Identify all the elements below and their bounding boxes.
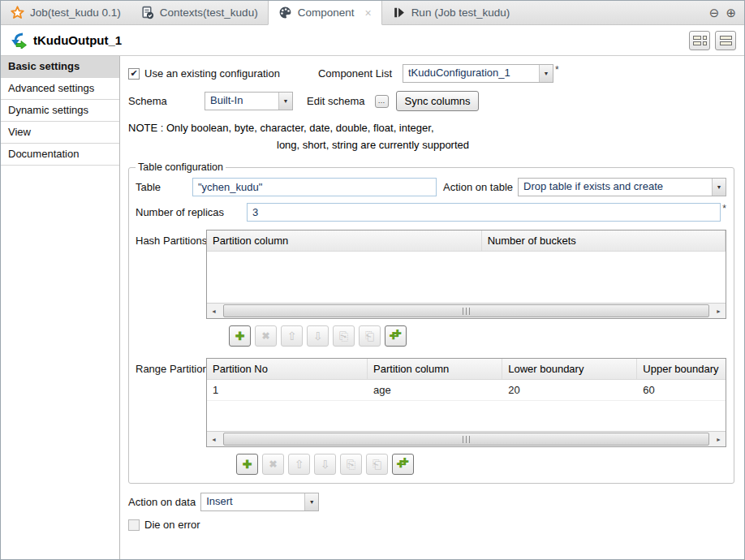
scrollbar-thumb[interactable] [223, 304, 709, 317]
component-settings-window: Job(test_kudu 0.1) Contexts(test_kudu) C… [0, 0, 745, 560]
sidebar-item-advanced-settings[interactable]: Advanced settings [1, 78, 119, 100]
star-icon [11, 6, 24, 19]
tab-contexts-label: Contexts(test_kudu) [160, 6, 258, 19]
component-list-label: Component List [318, 67, 392, 80]
required-marker: * [555, 64, 559, 74]
sidebar-item-basic-settings[interactable]: Basic settings [1, 56, 119, 78]
tab-run-label: Run (Job test_kudu) [411, 6, 510, 19]
horizontal-scrollbar[interactable]: ◄ ► [207, 303, 726, 318]
double-plus-icon: ✚✚ [390, 330, 403, 342]
add-row-button[interactable]: ✚ [229, 325, 251, 347]
table-configuration-group: Table configuration Table "ychen_kudu" A… [128, 162, 734, 484]
delete-row-button[interactable]: ✖ [255, 325, 277, 347]
grid-layout-icon [693, 36, 707, 45]
scroll-right-icon[interactable]: ► [712, 432, 726, 446]
column-header[interactable]: Partition column [207, 230, 482, 251]
stacked-layout-button[interactable] [715, 31, 736, 50]
action-on-data-label: Action on data [128, 496, 196, 508]
basic-settings-panel: ✔ Use an existing configuration Componen… [120, 56, 744, 559]
number-of-replicas-label: Number of replicas [136, 206, 247, 218]
grip-icon [463, 308, 470, 315]
note-line-1: NOTE : Only boolean, byte, character, da… [128, 119, 736, 136]
move-up-button[interactable]: ⇧ [281, 325, 303, 347]
hash-partitions-header-row: Partition column Number of buckets [207, 230, 726, 252]
action-on-table-value: Drop table if exists and create [519, 179, 712, 196]
column-header[interactable]: Lower boundary [502, 359, 637, 379]
run-icon [392, 6, 406, 19]
arrow-down-icon: ⇩ [313, 330, 323, 342]
arrow-up-icon: ⇧ [287, 330, 297, 342]
die-on-error-label: Die on error [144, 519, 200, 531]
number-of-replicas-value: 3 [252, 206, 258, 218]
range-partitions-label: Range Partitions [136, 358, 206, 375]
chevron-down-icon: ▼ [304, 493, 318, 510]
sidebar-item-view[interactable]: View [1, 122, 119, 144]
action-on-table-dropdown[interactable]: Drop table if exists and create ▼ [518, 178, 726, 196]
schema-dropdown[interactable]: Built-In ▼ [205, 92, 293, 110]
tab-component[interactable]: Component × [268, 1, 382, 25]
component-list-dropdown[interactable]: tKuduConfiguration_1 ▼ [403, 64, 553, 83]
cell-lower-boundary[interactable]: 20 [502, 380, 637, 400]
layout-buttons [689, 31, 736, 50]
scrollbar-track[interactable] [221, 304, 712, 318]
use-existing-configuration-checkbox[interactable]: ✔ [128, 68, 140, 80]
column-header[interactable]: Upper boundary [637, 359, 726, 379]
cell-partition-column[interactable]: age [368, 380, 502, 400]
grid-layout-button[interactable] [689, 31, 710, 50]
maximize-icon[interactable]: ⊕ [726, 6, 736, 20]
table-name-input[interactable]: "ychen_kudu" [192, 178, 437, 196]
close-tab-icon[interactable]: × [364, 6, 371, 19]
column-header[interactable]: Number of buckets [482, 230, 726, 251]
paste-button[interactable]: ⎗ [359, 325, 381, 347]
scrollbar-track[interactable] [221, 432, 712, 446]
scroll-left-icon[interactable]: ◄ [207, 432, 221, 446]
minimize-icon[interactable]: ⊖ [709, 6, 720, 20]
column-header[interactable]: Partition column [368, 359, 502, 379]
delete-icon: ✖ [261, 330, 269, 342]
column-header[interactable]: Partition No [207, 359, 368, 379]
sidebar-item-dynamic-settings[interactable]: Dynamic settings [1, 100, 119, 122]
sync-columns-button[interactable]: Sync columns [396, 91, 480, 111]
tab-job[interactable]: Job(test_kudu 0.1) [1, 1, 131, 24]
range-partitions-table: Partition No Partition column Lower boun… [206, 358, 726, 447]
component-list-value: tKuduConfiguration_1 [403, 65, 539, 82]
contexts-icon [140, 6, 154, 19]
action-on-data-dropdown[interactable]: Insert ▼ [200, 493, 319, 511]
scroll-left-icon[interactable]: ◄ [207, 304, 221, 318]
move-down-button[interactable]: ⇩ [307, 325, 329, 347]
range-partitions-header-row: Partition No Partition column Lower boun… [207, 359, 726, 380]
table-row[interactable]: 1 age 20 60 [207, 380, 726, 401]
move-down-button[interactable]: ⇩ [314, 454, 336, 475]
tab-contexts[interactable]: Contexts(test_kudu) [131, 1, 268, 24]
tabbar-actions: ⊖ ⊕ [709, 1, 744, 24]
edit-schema-button[interactable]: … [375, 95, 389, 108]
number-of-replicas-input[interactable]: 3 [247, 203, 721, 222]
cell-upper-boundary[interactable]: 60 [637, 380, 726, 400]
delete-icon: ✖ [269, 459, 277, 470]
hash-partitions-label: Hash Partitions [136, 230, 206, 247]
double-plus-icon: ✚✚ [397, 458, 410, 471]
paste-button[interactable]: ⎗ [366, 454, 388, 475]
add-multiple-rows-button[interactable]: ✚✚ [385, 325, 407, 347]
hash-partitions-body[interactable] [207, 252, 726, 303]
delete-row-button[interactable]: ✖ [262, 454, 284, 475]
copy-button[interactable]: ⎘ [333, 325, 355, 347]
die-on-error-checkbox[interactable] [128, 519, 140, 531]
tab-run[interactable]: Run (Job test_kudu) [382, 1, 520, 24]
add-multiple-rows-button[interactable]: ✚✚ [392, 454, 414, 475]
table-name-value: "ychen_kudu" [198, 181, 262, 193]
sidebar-item-documentation[interactable]: Documentation [1, 144, 119, 166]
add-row-button[interactable]: ✚ [236, 454, 258, 475]
scrollbar-thumb[interactable] [223, 433, 709, 446]
copy-button[interactable]: ⎘ [340, 454, 362, 475]
arrow-down-icon: ⇩ [321, 458, 330, 471]
copy-icon: ⎘ [339, 330, 348, 343]
action-on-data-value: Insert [201, 493, 304, 510]
action-on-table-label: Action on table [443, 181, 513, 193]
paste-icon: ⎗ [372, 458, 381, 472]
schema-value: Built-In [205, 93, 278, 110]
cell-partition-no[interactable]: 1 [207, 380, 368, 400]
scroll-right-icon[interactable]: ► [712, 304, 726, 318]
move-up-button[interactable]: ⇧ [288, 454, 310, 475]
horizontal-scrollbar[interactable]: ◄ ► [207, 431, 726, 446]
